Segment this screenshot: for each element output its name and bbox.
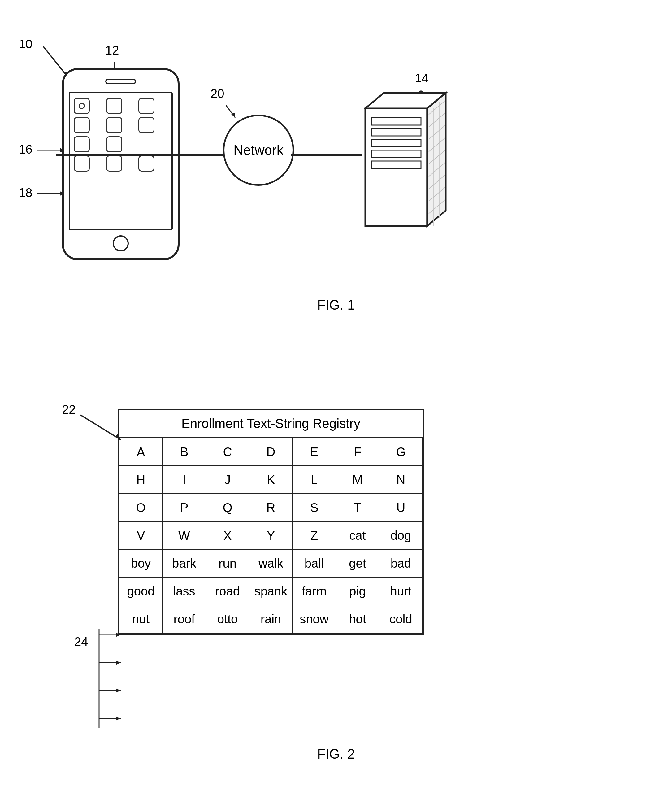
- table-row: ABCDEFG: [119, 438, 423, 466]
- app-icon-10: [138, 156, 154, 171]
- table-cell-1-2: J: [206, 466, 249, 493]
- table-cell-3-2: X: [206, 521, 249, 550]
- fig1-caption: FIG. 1: [0, 297, 672, 313]
- table-row: VWXYZcatdog: [119, 521, 423, 550]
- table-cell-3-5: cat: [336, 521, 379, 550]
- table-cell-0-4: E: [292, 438, 336, 466]
- app-icon-empty: [138, 136, 154, 152]
- table-row: nutroofottorainsnowhotcold: [119, 605, 423, 633]
- smartphone-home-button: [113, 235, 129, 251]
- table-cell-6-0: nut: [119, 605, 163, 633]
- app-icon-camera: [74, 98, 90, 114]
- table-cell-0-5: F: [336, 438, 379, 466]
- table-row: boybarkrunwalkballgetbad: [119, 550, 423, 577]
- table-cell-5-5: pig: [336, 577, 379, 605]
- svg-rect-19: [372, 139, 421, 147]
- table-cell-6-4: snow: [292, 605, 336, 633]
- table-cell-1-5: M: [336, 466, 379, 493]
- app-icon-7: [106, 136, 122, 152]
- registry-table: Enrollment Text-String Registry ABCDEFGH…: [119, 410, 423, 633]
- svg-marker-9: [231, 113, 235, 118]
- smartphone-screen: [69, 92, 173, 231]
- table-cell-2-0: O: [119, 493, 163, 521]
- table-cell-5-6: hurt: [379, 577, 423, 605]
- table-cell-6-5: hot: [336, 605, 379, 633]
- network-to-server-line: [291, 147, 365, 163]
- svg-marker-41: [116, 688, 121, 693]
- table-cell-5-3: spank: [249, 577, 292, 605]
- ref-22: 22: [62, 403, 76, 417]
- app-icon-3: [74, 117, 90, 133]
- svg-line-30: [429, 175, 445, 189]
- table-cell-6-6: cold: [379, 605, 423, 633]
- svg-marker-13: [419, 91, 423, 96]
- svg-line-29: [429, 163, 445, 176]
- ref-14: 14: [415, 71, 429, 85]
- smartphone: [62, 68, 179, 260]
- ref-20: 20: [211, 87, 224, 101]
- svg-line-32: [429, 200, 445, 214]
- table-cell-6-3: rain: [249, 605, 292, 633]
- svg-marker-15: [365, 93, 446, 108]
- table-cell-5-4: farm: [292, 577, 336, 605]
- app-icon-1: [106, 98, 122, 114]
- table-cell-1-3: K: [249, 466, 292, 493]
- table-row: OPQRSTU: [119, 493, 423, 521]
- svg-line-27: [429, 138, 445, 152]
- table-cell-4-1: bark: [163, 550, 206, 577]
- svg-marker-16: [427, 93, 446, 226]
- svg-line-28: [429, 150, 445, 164]
- server-illustration: [340, 77, 464, 269]
- app-icon-8: [74, 156, 90, 171]
- camera-dot: [79, 103, 85, 109]
- table-header-row: Enrollment Text-String Registry: [119, 410, 423, 438]
- table-cell-1-6: N: [379, 466, 423, 493]
- svg-rect-20: [372, 150, 421, 158]
- table-cell-5-2: road: [206, 577, 249, 605]
- table-row: goodlassroadspankfarmpighurt: [119, 577, 423, 605]
- table-title-cell: Enrollment Text-String Registry: [119, 410, 423, 438]
- svg-line-26: [429, 125, 445, 139]
- table-cell-1-0: H: [119, 466, 163, 493]
- table-cell-6-1: roof: [163, 605, 206, 633]
- table-cell-4-3: walk: [249, 550, 292, 577]
- network-circle: Network: [223, 115, 294, 186]
- network-label: Network: [233, 143, 283, 158]
- table-cell-2-2: Q: [206, 493, 249, 521]
- ref-18: 18: [18, 186, 33, 200]
- table-cell-4-4: ball: [292, 550, 336, 577]
- table-cell-0-6: G: [379, 438, 423, 466]
- svg-line-8: [226, 105, 235, 118]
- table-cell-2-4: S: [292, 493, 336, 521]
- app-icon-2: [138, 98, 154, 114]
- svg-line-25: [429, 113, 445, 127]
- table-cell-0-3: D: [249, 438, 292, 466]
- table-cell-1-1: I: [163, 466, 206, 493]
- table-cell-1-4: L: [292, 466, 336, 493]
- app-icon-5: [138, 117, 154, 133]
- table-cell-3-6: dog: [379, 521, 423, 550]
- table-cell-2-5: T: [336, 493, 379, 521]
- svg-rect-18: [372, 128, 421, 136]
- table-cell-3-3: Y: [249, 521, 292, 550]
- smartphone-speaker: [105, 79, 136, 84]
- table-cell-2-3: R: [249, 493, 292, 521]
- table-cell-4-6: bad: [379, 550, 423, 577]
- svg-line-31: [429, 188, 445, 201]
- table-cell-5-1: lass: [163, 577, 206, 605]
- table-cell-6-2: otto: [206, 605, 249, 633]
- ref-12: 12: [105, 43, 119, 57]
- table-row: HIJKLMN: [119, 466, 423, 493]
- svg-rect-21: [372, 161, 421, 168]
- table-cell-4-5: get: [336, 550, 379, 577]
- table-cell-3-1: W: [163, 521, 206, 550]
- table-cell-0-2: C: [206, 438, 249, 466]
- table-cell-2-6: U: [379, 493, 423, 521]
- svg-line-24: [429, 101, 445, 115]
- ref-24: 24: [74, 635, 88, 649]
- svg-line-33: [80, 415, 121, 440]
- registry-table-wrapper: Enrollment Text-String Registry ABCDEFGH…: [118, 409, 424, 634]
- table-cell-3-4: Z: [292, 521, 336, 550]
- table-cell-0-1: B: [163, 438, 206, 466]
- app-icon-9: [106, 156, 122, 171]
